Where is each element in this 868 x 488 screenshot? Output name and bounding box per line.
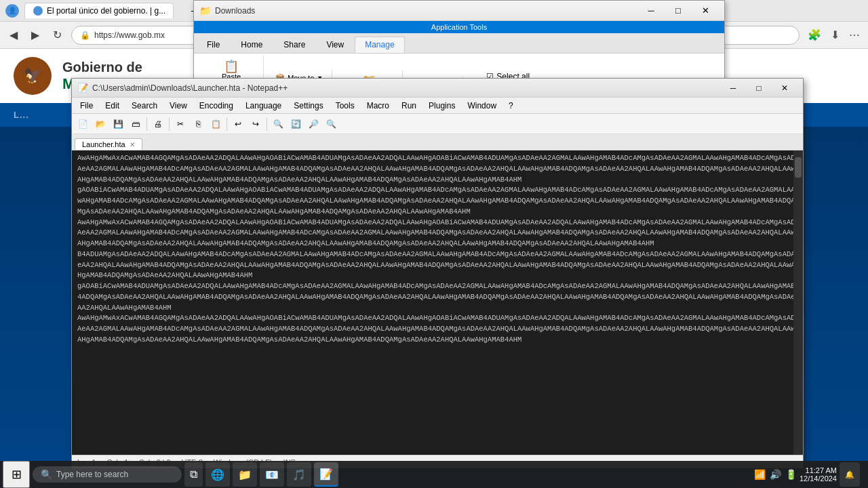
scrollbar-thumb[interactable] xyxy=(795,157,802,178)
toolbar-find-btn[interactable]: 🔍 xyxy=(270,116,286,132)
browser-profile-icon[interactable]: 👤 xyxy=(5,4,19,18)
downloads-close-btn[interactable]: ✕ xyxy=(692,2,719,20)
notepad-toolbar: 📄 📂 💾 🗃 🖨 ✂ ⎘ 📋 ↩ ↪ 🔍 🔄 🔎 🔍 xyxy=(72,114,803,134)
tab-title: El portal único del gobierno. | g... xyxy=(47,6,165,16)
extensions-btn[interactable]: 🧩 xyxy=(805,26,824,44)
menu-help[interactable]: ? xyxy=(503,100,519,112)
toolbar-copy-btn[interactable]: ⎘ xyxy=(190,116,206,132)
windows-logo-icon: ⊞ xyxy=(12,467,22,482)
browser-settings-btn[interactable]: ⋯ xyxy=(846,26,863,44)
notepad-tab-name: Launcher.hta xyxy=(82,140,125,148)
taskbar-media-btn[interactable]: 🎵 xyxy=(287,462,311,487)
ribbon-tab-view[interactable]: View xyxy=(316,37,354,53)
toolbar-cut-btn[interactable]: ✂ xyxy=(172,116,189,132)
tab-close-btn[interactable]: ✕ xyxy=(172,7,174,16)
toolbar-paste-btn[interactable]: 📋 xyxy=(208,116,224,132)
menu-language[interactable]: Language xyxy=(240,100,287,112)
url-text: https://www.gob.mx xyxy=(94,30,165,40)
mail-taskbar-icon: 📧 xyxy=(265,468,279,481)
taskview-btn[interactable]: ⧉ xyxy=(184,462,203,487)
toolbar-saveall-btn[interactable]: 🗃 xyxy=(127,116,144,132)
toolbar-zoomin-btn[interactable]: 🔎 xyxy=(305,116,321,132)
ribbon-context-text: Application Tools xyxy=(431,23,487,31)
taskbar: ⊞ 🔍 Type here to search ⧉ 🌐 📁 📧 🎵 📝 📶 🔊 … xyxy=(0,461,868,488)
clock-date: 12/14/2024 xyxy=(800,474,837,483)
volume-tray-icon[interactable]: 🔊 xyxy=(770,469,781,480)
taskbar-notepad-btn[interactable]: 📝 xyxy=(314,462,338,487)
notepad-editor[interactable]: AwAHgAMwAxACwAMAB4AGQAMgAsADAeAA2ADQALAA… xyxy=(72,150,803,455)
toolbar-open-btn[interactable]: 📂 xyxy=(92,116,108,132)
toolbar-sep2 xyxy=(169,117,170,131)
editor-scrollbar-vertical[interactable] xyxy=(793,150,803,455)
toolbar-redo-btn[interactable]: ↪ xyxy=(248,116,264,132)
sidebar-l-text: L... xyxy=(14,110,29,120)
menu-run[interactable]: Run xyxy=(396,100,422,112)
notepad-titlebar: 📝 C:\Users\admin\Downloads\Launcher.hta … xyxy=(72,79,803,98)
notepad-menubar: File Edit Search View Encoding Language … xyxy=(72,98,803,114)
ribbon-context-label: Application Tools xyxy=(194,21,724,33)
menu-view[interactable]: View xyxy=(164,100,193,112)
taskbar-clock[interactable]: 11:27 AM 12/14/2024 xyxy=(800,466,837,483)
notepad-minimize-btn[interactable]: ─ xyxy=(720,80,746,96)
toolbar-zoomout-btn[interactable]: 🔍 xyxy=(323,116,339,132)
clock-time: 11:27 AM xyxy=(800,466,837,474)
menu-tools[interactable]: Tools xyxy=(330,100,360,112)
menu-search[interactable]: Search xyxy=(126,100,163,112)
menu-edit[interactable]: Edit xyxy=(100,100,125,112)
ribbon-tab-home[interactable]: Home xyxy=(231,37,273,53)
taskbar-explorer-btn[interactable]: 📁 xyxy=(233,462,257,487)
menu-macro[interactable]: Macro xyxy=(361,100,395,112)
network-tray-icon[interactable]: 📶 xyxy=(754,469,766,480)
menu-encoding[interactable]: Encoding xyxy=(194,100,239,112)
ribbon-tab-share[interactable]: Share xyxy=(273,37,315,53)
toolbar-new-btn[interactable]: 📄 xyxy=(75,116,91,132)
toolbar-print-btn[interactable]: 🖨 xyxy=(150,116,166,132)
notepad-window: 📝 C:\Users\admin\Downloads\Launcher.hta … xyxy=(71,78,804,468)
downloads-window-title: Downloads xyxy=(215,6,633,16)
taskbar-search-box[interactable]: 🔍 Type here to search xyxy=(33,466,182,483)
downloads-win-controls: ─ □ ✕ xyxy=(637,2,719,20)
taskview-icon: ⧉ xyxy=(190,468,197,481)
notepad-file-tab[interactable]: Launcher.hta ✕ xyxy=(75,138,142,150)
editor-text-content[interactable]: AwAHgAMwAxACwAMAB4AGQAMgAsADAeAA2ADQALAA… xyxy=(72,150,803,455)
menu-settings[interactable]: Settings xyxy=(288,100,328,112)
notification-btn[interactable]: 🔔 xyxy=(840,462,860,487)
taskbar-browser-btn[interactable]: 🌐 xyxy=(205,462,230,487)
notepad-tab-close-btn[interactable]: ✕ xyxy=(130,141,135,148)
forward-btn[interactable]: ▶ xyxy=(27,26,43,44)
menu-window[interactable]: Window xyxy=(462,100,502,112)
start-button[interactable]: ⊞ xyxy=(3,461,30,488)
browser-tab[interactable]: El portal único del gobierno. | g... ✕ xyxy=(24,3,174,18)
ribbon-tab-file[interactable]: File xyxy=(197,37,230,53)
media-taskbar-icon: 🎵 xyxy=(292,468,306,481)
downloads-window-icon: 📁 xyxy=(199,5,211,16)
explorer-taskbar-icon: 📁 xyxy=(238,468,252,481)
gov-logo: 🦅 xyxy=(14,57,52,95)
taskbar-search-placeholder: Type here to search xyxy=(56,470,128,479)
taskbar-search-icon: 🔍 xyxy=(41,469,52,480)
paste-icon: 📋 xyxy=(224,60,239,73)
notepad-title-text: C:\Users\admin\Downloads\Launcher.hta - … xyxy=(92,83,716,93)
notepad-maximize-btn[interactable]: □ xyxy=(746,80,772,96)
toolbar-replace-btn[interactable]: 🔄 xyxy=(288,116,304,132)
downloads-maximize-btn[interactable]: □ xyxy=(665,2,692,20)
notepad-taskbar-icon: 📝 xyxy=(319,468,333,481)
back-btn[interactable]: ◀ xyxy=(5,26,22,44)
downloads-minimize-btn[interactable]: ─ xyxy=(637,2,665,20)
ribbon-tab-manage[interactable]: Manage xyxy=(355,37,404,53)
taskbar-right-area: 📶 🔊 🔋 11:27 AM 12/14/2024 🔔 xyxy=(749,462,865,487)
notepad-app-icon: 📝 xyxy=(77,83,88,93)
taskbar-mail-btn[interactable]: 📧 xyxy=(260,462,284,487)
toolbar-sep4 xyxy=(267,117,267,131)
toolbar-undo-btn[interactable]: ↩ xyxy=(230,116,246,132)
notepad-close-btn[interactable]: ✕ xyxy=(772,80,797,96)
toolbar-sep1 xyxy=(146,117,147,131)
menu-plugins[interactable]: Plugins xyxy=(423,100,460,112)
toolbar-save-btn[interactable]: 💾 xyxy=(110,116,126,132)
ribbon-tabs: File Home Share View Manage xyxy=(194,33,724,54)
refresh-btn[interactable]: ↻ xyxy=(49,26,66,44)
notification-icon: 🔔 xyxy=(845,470,854,479)
battery-tray-icon[interactable]: 🔋 xyxy=(785,469,797,480)
menu-file[interactable]: File xyxy=(75,100,98,112)
download-btn[interactable]: ⬇ xyxy=(828,26,842,44)
